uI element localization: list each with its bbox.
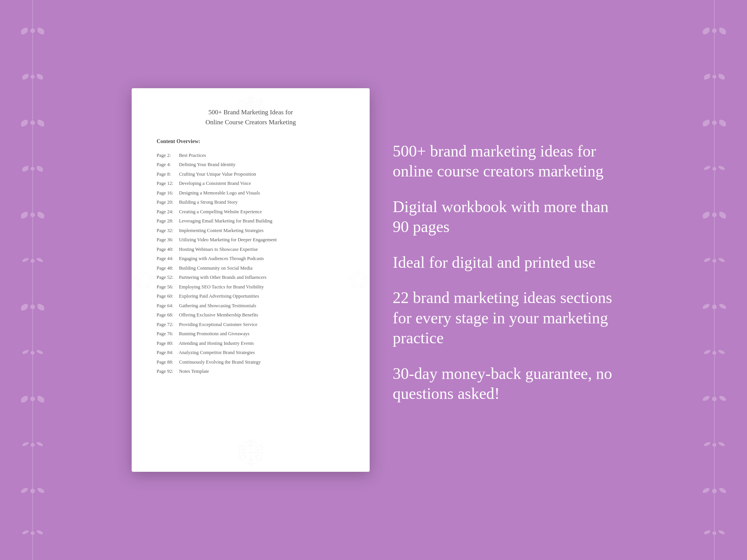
toc-item: Page 16: Designing a Memorable Logo and … <box>153 188 349 198</box>
svg-point-62 <box>712 120 717 125</box>
svg-point-78 <box>712 305 717 309</box>
svg-point-80 <box>718 303 727 310</box>
feature-item-3: Ideal for digital and printed use <box>393 252 615 273</box>
toc-item: Page 24: Creating a Compelling Website E… <box>153 207 349 217</box>
svg-point-110 <box>238 98 247 108</box>
svg-point-44 <box>36 441 44 447</box>
svg-point-85 <box>702 395 710 402</box>
svg-point-90 <box>712 489 717 493</box>
svg-point-132 <box>348 275 355 280</box>
svg-point-52 <box>712 28 717 33</box>
feature-item-1: 500+ brand marketing ideas for online co… <box>393 141 615 181</box>
svg-point-116 <box>255 444 263 451</box>
svg-point-34 <box>31 351 35 355</box>
feature-text: 30-day money-back guarantee, no question… <box>393 364 615 404</box>
svg-point-123 <box>146 275 153 280</box>
svg-point-94 <box>703 529 711 535</box>
svg-point-89 <box>718 441 726 447</box>
svg-point-93 <box>712 531 716 535</box>
svg-point-91 <box>702 487 710 494</box>
svg-point-124 <box>144 282 150 289</box>
svg-point-83 <box>718 349 726 355</box>
svg-point-16 <box>31 167 35 171</box>
svg-point-29 <box>30 305 35 309</box>
toc-item: Page 52: Partnering with Other Brands an… <box>153 273 349 283</box>
svg-point-87 <box>712 443 716 447</box>
toc-item: Page 2: Best Practices <box>153 151 349 160</box>
svg-point-130 <box>359 282 365 289</box>
svg-point-57 <box>712 75 716 79</box>
feature-text: Ideal for digital and printed use <box>393 252 615 273</box>
toc-item: Page 48: Building Community on Social Me… <box>153 264 349 273</box>
feature-item-2: Digital workbook with more than 90 pages <box>393 197 615 237</box>
svg-point-6 <box>31 75 35 79</box>
svg-point-103 <box>248 95 253 104</box>
toc-item: Page 56: Employing SEO Tactics for Brand… <box>153 282 349 292</box>
toc-item: Page 72: Providing Exceptional Customer … <box>153 320 349 329</box>
svg-point-49 <box>21 529 29 535</box>
svg-point-77 <box>718 257 726 263</box>
toc-item: Page 28: Leveraging Email Marketing for … <box>153 217 349 226</box>
svg-point-48 <box>31 531 35 535</box>
svg-point-69 <box>718 165 726 171</box>
svg-point-27 <box>21 257 29 263</box>
svg-point-104 <box>254 98 263 108</box>
feature-text: Digital workbook with more than 90 pages <box>393 197 615 237</box>
svg-point-45 <box>30 489 35 493</box>
svg-point-126 <box>133 275 140 280</box>
svg-point-122 <box>142 270 145 276</box>
toc-item: Page 44: Engaging with Audiences Through… <box>153 254 349 264</box>
svg-point-112 <box>243 445 258 460</box>
toc-item: Page 32: Implementing Content Marketing … <box>153 226 349 236</box>
svg-point-129 <box>361 275 368 280</box>
svg-point-70 <box>712 212 717 217</box>
svg-point-50 <box>36 529 44 535</box>
content-overview-label: Content Overview: <box>157 138 349 145</box>
svg-point-121 <box>136 272 151 288</box>
svg-point-46 <box>20 487 28 494</box>
svg-point-117 <box>255 454 263 461</box>
svg-point-43 <box>21 441 29 447</box>
svg-point-47 <box>36 487 45 494</box>
feature-text: 22 brand marketing ideas sections for ev… <box>393 288 615 348</box>
svg-point-131 <box>351 282 357 289</box>
toc-item: Page 8: Crafting Your Unique Value Propo… <box>153 170 349 179</box>
svg-point-82 <box>703 349 711 355</box>
document-title: 500+ Brand Marketing Ideas for Online Co… <box>153 107 349 127</box>
toc-item: Page 4: Defining Your Brand Identity <box>153 160 349 170</box>
toc-item: Page 12: Developing a Consistent Brand V… <box>153 179 349 189</box>
svg-point-28 <box>36 257 44 263</box>
toc-item: Page 92: Notes Template <box>153 367 349 377</box>
svg-point-36 <box>36 349 44 355</box>
document-preview: 500+ Brand Marketing Ideas for Online Co… <box>132 88 370 472</box>
svg-point-26 <box>31 259 35 263</box>
svg-point-128 <box>357 270 360 276</box>
svg-point-127 <box>350 272 366 288</box>
toc-item: Page 64: Gathering and Showcasing Testim… <box>153 301 349 311</box>
feature-list: 500+ brand marketing ideas for online co… <box>393 141 615 419</box>
svg-point-35 <box>21 349 29 355</box>
main-content: 500+ Brand Marketing Ideas for Online Co… <box>47 73 700 487</box>
table-of-contents: Page 2: Best PracticesPage 4: Defining Y… <box>153 151 349 376</box>
svg-point-119 <box>238 454 246 461</box>
toc-item: Page 88: Continuously Evolving the Brand… <box>153 357 349 367</box>
feature-item-5: 30-day money-back guarantee, no question… <box>393 364 615 404</box>
svg-point-68 <box>703 165 711 171</box>
svg-point-84 <box>712 397 717 401</box>
svg-point-118 <box>249 458 253 466</box>
toc-item: Page 40: Hosting Webinars to Showcase Ex… <box>153 245 349 254</box>
feature-item-4: 22 brand marketing ideas sections for ev… <box>393 288 615 348</box>
svg-point-11 <box>30 120 35 125</box>
toc-item: Page 80: Attending and Hosting Industry … <box>153 339 349 348</box>
svg-point-79 <box>702 303 710 310</box>
svg-point-92 <box>718 487 727 494</box>
toc-item: Page 76: Running Promotions and Giveaway… <box>153 329 349 339</box>
svg-point-1 <box>30 28 35 33</box>
svg-point-88 <box>703 441 711 447</box>
svg-point-111 <box>239 441 262 464</box>
toc-item: Page 20: Building a Strong Brand Story <box>153 198 349 208</box>
svg-point-42 <box>31 443 35 447</box>
toc-item: Page 60: Exploring Paid Advertising Oppo… <box>153 292 349 301</box>
svg-point-67 <box>712 167 716 171</box>
svg-point-81 <box>712 351 716 355</box>
